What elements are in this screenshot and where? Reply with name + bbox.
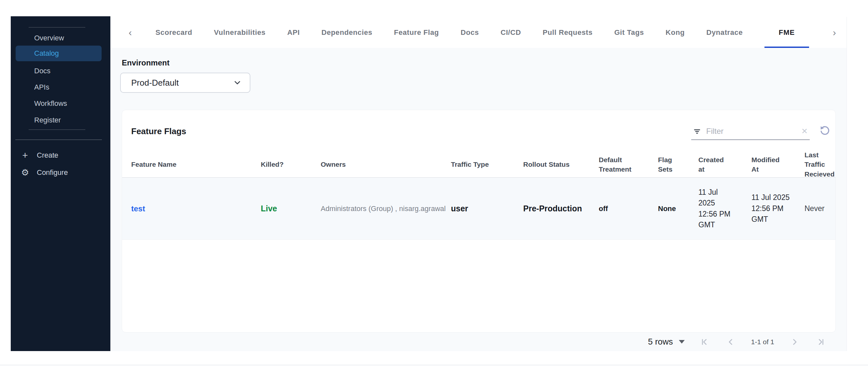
filter-field[interactable]: ✕	[691, 124, 810, 140]
tab-cicd[interactable]: CI/CD	[500, 17, 521, 48]
configure-button[interactable]: ⚙ Configure	[11, 164, 111, 181]
sidebar-item-apis[interactable]: APIs	[11, 80, 111, 95]
app-window: Overview Catalog Docs APIs Workflows Reg…	[0, 0, 868, 368]
col-created-at[interactable]: Created at	[699, 155, 727, 174]
cell-traffic-type: user	[451, 204, 523, 213]
col-feature-name[interactable]: Feature Name	[131, 160, 261, 169]
pagination-range: 1-1 of 1	[751, 338, 774, 346]
rows-per-page-select[interactable]: 5 rows	[648, 337, 685, 347]
chevron-left-icon	[726, 337, 736, 347]
sidebar-item-workflows[interactable]: Workflows	[11, 96, 111, 111]
pagination-bar: 5 rows 1-1 of 1	[111, 333, 846, 351]
sidebar-item-docs[interactable]: Docs	[11, 63, 111, 79]
col-traffic-type[interactable]: Traffic Type	[451, 160, 523, 169]
tab-vulnerabilities[interactable]: Vulnerabilities	[214, 17, 266, 48]
cell-default-treatment: off	[599, 205, 658, 213]
last-page-button[interactable]	[815, 336, 826, 348]
col-rollout-status[interactable]: Rollout Status	[523, 160, 599, 169]
tab-scorecard[interactable]: Scorecard	[156, 17, 192, 48]
first-page-button[interactable]	[699, 336, 711, 348]
cell-modified-at: 11 Jul 2025 12:56 PM GMT	[751, 192, 793, 225]
card-title: Feature Flags	[131, 126, 186, 136]
cell-flag-sets: None	[658, 205, 699, 213]
tab-feature-flag[interactable]: Feature Flag	[394, 17, 439, 48]
plugin-tab-bar: ‹ Scorecard Vulnerabilities API Dependen…	[111, 17, 846, 48]
table-row[interactable]: test Live Administrators (Group) , nisar…	[122, 178, 835, 240]
sidebar-divider-top	[29, 27, 85, 28]
sidebar-item-label: Workflows	[34, 99, 67, 108]
cell-owners: Administrators (Group) , nisarg.agrawal	[321, 205, 451, 213]
sidebar-divider-wide	[15, 140, 102, 140]
clear-filter-icon[interactable]: ✕	[801, 127, 808, 135]
first-page-icon	[700, 337, 710, 347]
sidebar-item-label: Docs	[34, 67, 51, 75]
cell-feature-name-link[interactable]: test	[131, 204, 261, 213]
table-header-row: Feature Name Killed? Owners Traffic Type…	[122, 150, 835, 178]
tab-dynatrace[interactable]: Dynatrace	[707, 17, 743, 48]
chevron-right-icon	[789, 337, 799, 347]
tab-git-tags[interactable]: Git Tags	[614, 17, 644, 48]
tab-dependencies[interactable]: Dependencies	[321, 17, 372, 48]
tabs-scroll-left-icon[interactable]: ‹	[127, 28, 134, 37]
tabs-scroll-right-icon[interactable]: ›	[831, 28, 838, 37]
tab-fme-active[interactable]: FME	[765, 17, 809, 48]
sidebar-item-label: Overview	[34, 34, 64, 42]
rotate-left-icon	[818, 124, 831, 137]
sidebar-item-overview[interactable]: Overview	[11, 30, 111, 46]
tab-kong[interactable]: Kong	[665, 17, 685, 48]
sidebar-divider-middle	[29, 129, 85, 130]
cell-created-at: 11 Jul 2025 12:56 PM GMT	[699, 187, 732, 230]
environment-select[interactable]: Prod-Default	[120, 73, 250, 93]
col-killed[interactable]: Killed?	[261, 160, 321, 169]
sidebar-item-register[interactable]: Register	[11, 112, 111, 128]
plus-icon: +	[19, 150, 31, 160]
environment-selected-value: Prod-Default	[131, 78, 179, 88]
sidebar-item-catalog[interactable]: Catalog	[16, 45, 101, 61]
reset-table-button[interactable]	[817, 123, 833, 139]
sidebar-item-label: Register	[34, 116, 61, 124]
tab-pull-requests[interactable]: Pull Requests	[543, 17, 593, 48]
gear-icon: ⚙	[19, 168, 31, 177]
rows-per-page-value: 5 rows	[648, 337, 673, 347]
sidebar-item-label: Catalog	[34, 49, 59, 58]
next-page-button[interactable]	[788, 336, 800, 348]
tab-api[interactable]: API	[287, 17, 300, 48]
cell-last-traffic: Never	[805, 204, 836, 213]
environment-label: Environment	[122, 58, 169, 67]
bottom-divider	[0, 365, 868, 365]
last-page-icon	[815, 337, 825, 347]
create-label: Create	[37, 151, 58, 160]
sidebar-item-label: APIs	[34, 83, 49, 92]
configure-label: Configure	[37, 168, 68, 177]
caret-down-icon	[679, 340, 685, 344]
col-owners[interactable]: Owners	[321, 160, 451, 169]
tab-docs[interactable]: Docs	[461, 17, 479, 48]
chevron-down-icon	[233, 78, 242, 87]
filter-input[interactable]	[706, 127, 797, 136]
filter-icon	[692, 127, 702, 136]
cell-rollout-status: Pre-Production	[523, 204, 599, 213]
col-last-traffic[interactable]: Last Traffic Recieved	[805, 150, 834, 179]
previous-page-button[interactable]	[725, 336, 737, 348]
feature-flags-card: Feature Flags ✕ Feature Name Ki	[122, 110, 836, 333]
sidebar: Overview Catalog Docs APIs Workflows Reg…	[11, 16, 111, 351]
col-flag-sets[interactable]: Flag Sets	[658, 155, 679, 174]
col-modified-at[interactable]: Modified At	[751, 155, 784, 174]
cell-killed-status: Live	[261, 204, 321, 213]
content-area: Environment Prod-Default Feature Flags ✕	[111, 48, 846, 351]
create-button[interactable]: + Create	[11, 147, 111, 163]
col-default-treatment[interactable]: Default Treatment	[599, 155, 638, 174]
